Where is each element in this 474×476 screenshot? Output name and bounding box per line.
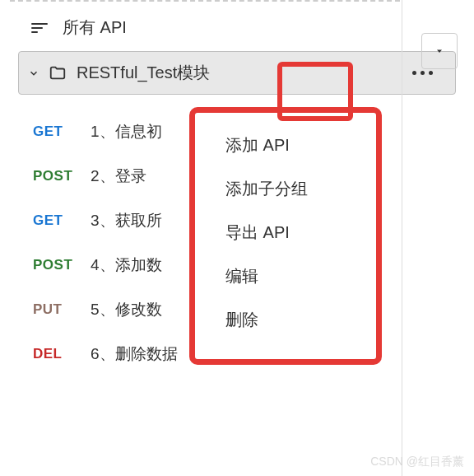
folder-icon [49, 66, 67, 81]
method-badge: PUT [33, 301, 91, 318]
menu-item-add-api[interactable]: 添加 API [206, 124, 367, 167]
api-label: 5、修改数 [91, 299, 162, 320]
folder-name: RESTful_Test模块 [77, 62, 447, 84]
method-badge: POST [33, 257, 91, 273]
watermark: CSDN @红目香薰 [370, 455, 464, 469]
context-menu: 添加 API 添加子分组 导出 API 编辑 删除 [206, 115, 367, 350]
chevron-down-icon[interactable] [27, 67, 40, 80]
method-badge: POST [33, 168, 91, 184]
menu-item-add-subgroup[interactable]: 添加子分组 [206, 167, 367, 211]
api-label: 4、添加数 [91, 254, 162, 276]
api-label: 6、删除数据 [91, 343, 178, 365]
api-label: 1、信息初 [91, 121, 162, 142]
folder-row[interactable]: RESTful_Test模块 [18, 51, 456, 95]
method-badge: GET [33, 124, 91, 140]
svg-marker-0 [437, 50, 442, 54]
menu-item-edit[interactable]: 编辑 [206, 254, 367, 298]
menu-item-export[interactable]: 导出 API [206, 211, 367, 254]
method-badge: DEL [33, 346, 91, 362]
api-label: 2、登录 [91, 166, 146, 187]
right-panel [402, 0, 474, 476]
dropdown-button[interactable] [421, 33, 458, 69]
menu-item-delete[interactable]: 删除 [206, 298, 367, 342]
header-title: 所有 API [63, 16, 127, 39]
method-badge: GET [33, 212, 91, 229]
api-label: 3、获取所 [91, 210, 162, 231]
filter-icon[interactable] [31, 23, 48, 33]
